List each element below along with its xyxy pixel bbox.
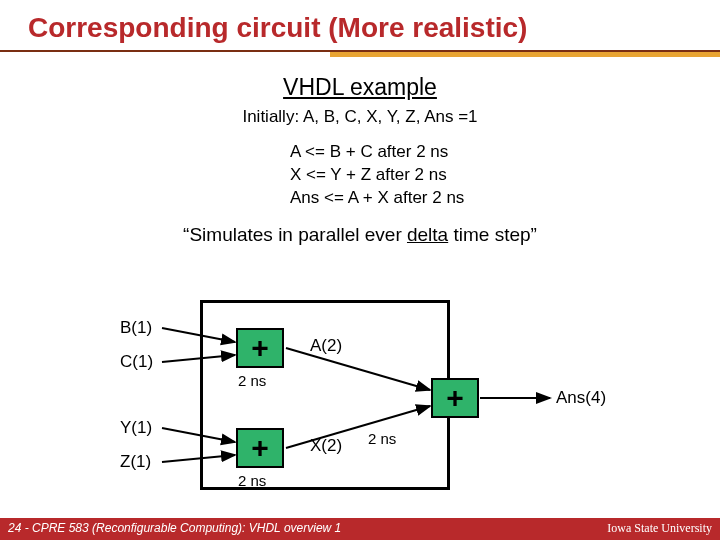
- text: “Simulates in parallel ever: [183, 224, 407, 245]
- signal-a: A(2): [310, 336, 342, 356]
- initial-values: Initially: A, B, C, X, Y, Z, Ans =1: [0, 107, 720, 127]
- signal-c: C(1): [120, 352, 153, 372]
- signal-y: Y(1): [120, 418, 152, 438]
- adder-bottom: +: [236, 428, 284, 468]
- text: time step”: [448, 224, 537, 245]
- code-line: A <= B + C after 2 ns: [290, 141, 590, 164]
- delta-word: delta: [407, 224, 448, 245]
- circuit-diagram: B(1) C(1) Y(1) Z(1) + 2 ns + 2 ns A(2) X…: [120, 300, 660, 500]
- code-line: X <= Y + Z after 2 ns: [290, 164, 590, 187]
- signal-z: Z(1): [120, 452, 151, 472]
- signal-b: B(1): [120, 318, 152, 338]
- subtitle: VHDL example: [0, 74, 720, 101]
- code-line: Ans <= A + X after 2 ns: [290, 187, 590, 210]
- slide-title: Corresponding circuit (More realistic): [0, 0, 720, 50]
- delay-label: 2 ns: [238, 472, 266, 489]
- adder-top: +: [236, 328, 284, 368]
- signal-ans: Ans(4): [556, 388, 606, 408]
- footer-left: 24 - CPRE 583 (Reconfigurable Computing)…: [8, 521, 341, 537]
- vhdl-code: A <= B + C after 2 ns X <= Y + Z after 2…: [290, 141, 590, 210]
- delay-label: 2 ns: [368, 430, 396, 447]
- signal-x: X(2): [310, 436, 342, 456]
- title-rule: [0, 50, 720, 60]
- footer-right: Iowa State University: [607, 521, 712, 537]
- slide-footer: 24 - CPRE 583 (Reconfigurable Computing)…: [0, 518, 720, 540]
- adder-output: +: [431, 378, 479, 418]
- delay-label: 2 ns: [238, 372, 266, 389]
- simulate-note: “Simulates in parallel ever delta time s…: [0, 224, 720, 246]
